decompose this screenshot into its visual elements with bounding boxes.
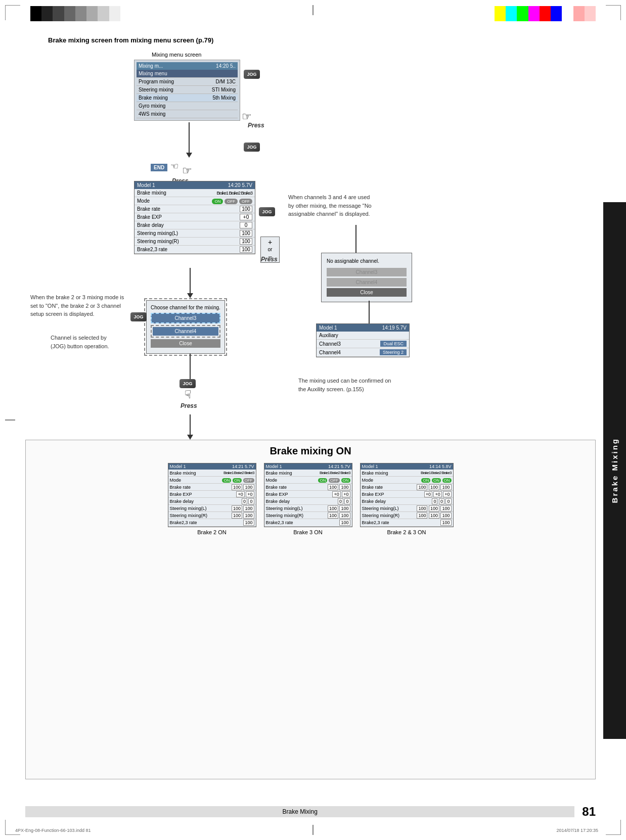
channel-popup-inner: Choose channel for the mixing. Channel3 …: [146, 300, 225, 354]
b3-row-steerr: Steering mixing(R) 100 100: [264, 512, 352, 519]
footer: Brake Mixing 81: [25, 805, 596, 819]
aux-row-ch3: Channel3 Dual ESC: [317, 340, 409, 348]
b23-row-steerr: Steering mixing(R) 100 100 100: [361, 512, 453, 519]
jog-button-2[interactable]: JOG: [244, 143, 260, 152]
aux-subheader: Auxiliary: [317, 332, 409, 340]
arrow-head-6: [187, 435, 193, 440]
no-assign-text: No assignable channel.: [327, 258, 407, 264]
b3-row-23rate: Brake2,3 rate 100: [264, 519, 352, 527]
channel-popup: Choose channel for the mixing. Channel3 …: [144, 298, 227, 356]
brake-row-23rate: Brake2,3 rate 100: [135, 246, 255, 254]
auxility-note: The mixing used can be confirmed onthe A…: [298, 377, 420, 393]
b2-row-mixing: Brake mixing Brake1 Brake2 Brake3: [168, 470, 256, 477]
press-label-4: Press: [181, 402, 197, 409]
b2-row-exp: Brake EXP +0 +0: [168, 491, 256, 498]
hand-cursor-3: ☟: [185, 388, 191, 401]
ch3-disabled: Channel3: [327, 268, 407, 276]
ch3-button[interactable]: Channel3: [151, 313, 220, 323]
hand-cursor-1: ☞: [242, 110, 252, 123]
jog-button-5[interactable]: JOG: [180, 379, 196, 388]
corner-mark-tr: [606, 5, 621, 20]
mixing-menu-item-1: Program mixingD/M 13C: [137, 78, 238, 86]
mixing-menu-item-0: Mixing menu: [137, 70, 238, 78]
brake-row-exp: Brake EXP +0: [135, 213, 255, 221]
brake-screens-container: Model 1 14:21 5.7V Brake mixing Brake1 B…: [31, 463, 590, 535]
brake-mode-note: When the brake 2 or 3 mixing mode isset …: [30, 293, 137, 318]
b3-row-mode: Mode ON OFF ON: [264, 477, 352, 484]
corner-mark-tl: [5, 5, 20, 20]
arrow-down-1: [186, 122, 192, 158]
arrow-head-1: [186, 153, 192, 158]
print-info-left: 4PX-Eng-08-Function-66-103.indd 81: [15, 828, 91, 833]
arrow-down-6: [187, 414, 193, 440]
hand-cursor-2: ☞: [182, 164, 192, 177]
mixing-menu-screen: Mixing m... 14:20 5.. Mixing menu Progra…: [134, 60, 240, 121]
mixing-menu-label: Mixing menu screen: [152, 51, 201, 58]
aux-row-ch4: Channel4 Steering 2: [317, 348, 409, 357]
arrow-down-2: [187, 268, 193, 298]
brake-screen-header: Model 1 14:20 5.7V: [135, 181, 255, 189]
brake-on-section: Brake mixing ON Model 1 14:21 5.7V Brake…: [25, 440, 596, 779]
b2-row-delay: Brake delay 0 0: [168, 498, 256, 505]
brake-main-screen: Model 1 14:20 5.7V Brake mixing Brake1 B…: [134, 181, 255, 254]
brake3-screen: Model 1 14:21 5.7V Brake mixing Brake1 B…: [264, 463, 352, 527]
ch4-button[interactable]: Channel4: [153, 327, 218, 336]
brake-row-mixing: Brake mixing Brake1 Brake2 Brake3: [135, 189, 255, 197]
press-label-3: Press: [261, 255, 278, 263]
b2-header: Model 1 14:21 5.7V: [168, 463, 256, 470]
channel-popup-label: Choose channel for the mixing.: [151, 305, 220, 310]
brake23-label: Brake 2 & 3 ON: [360, 529, 454, 535]
page-number: 81: [582, 805, 596, 819]
mixing-menu-item-5: 4WS mixing: [137, 110, 238, 118]
brake23-on-wrap: Model 1 14:14 5.8V Brake mixing Brake1 B…: [360, 463, 454, 535]
b3-row-exp: Brake EXP +0 +0: [264, 491, 352, 498]
brake-row-steer-l: Steering mixing(L) 100: [135, 229, 255, 238]
note-channels: When channels 3 and 4 are usedby other m…: [288, 193, 415, 218]
b2-row-steerr: Steering mixing(R) 100 100: [168, 512, 256, 519]
b23-row-mixing: Brake mixing Brake1 Brake2 Brake3: [361, 470, 453, 477]
arrow-head-2: [187, 293, 193, 298]
ch4-disabled: Channel4: [327, 278, 407, 287]
footer-label: Brake Mixing: [25, 806, 574, 817]
channel-popup-border: Choose channel for the mixing. Channel3 …: [144, 298, 227, 356]
mixing-menu-item-2: Steering mixingSTI Mixing: [137, 86, 238, 94]
brake2-screen: Model 1 14:21 5.7V Brake mixing Brake1 B…: [168, 463, 256, 527]
mixing-menu-item-3: Brake mixing5th Mixing: [137, 94, 238, 102]
b23-header: Model 1 14:14 5.8V: [361, 463, 453, 470]
cross-left: [5, 420, 15, 421]
jog-button-1[interactable]: JOG: [244, 70, 260, 79]
auxiliary-screen: Model 1 14:19 5.7V Auxiliary Channel3 Du…: [316, 323, 410, 357]
brake-row-rate: Brake rate 100: [135, 205, 255, 213]
b23-row-steerl: Steering mixing(L) 100 100 100: [361, 505, 453, 512]
end-label: END ☜: [151, 161, 178, 172]
jog-channel-note: Channel is selected by(JOG) button opera…: [51, 334, 134, 350]
no-assign-close[interactable]: Close: [327, 288, 407, 297]
mixing-menu-header: Mixing m... 14:20 5..: [137, 62, 238, 70]
brake2-on-wrap: Model 1 14:21 5.7V Brake mixing Brake1 B…: [168, 463, 256, 535]
ch4-border: Channel4: [151, 325, 220, 338]
channel-close-button[interactable]: Close: [151, 339, 220, 348]
cross-top: [313, 5, 314, 15]
b3-row-steerl: Steering mixing(L) 100 100: [264, 505, 352, 512]
gray-bars: [30, 6, 131, 21]
b2-row-mode: Mode ON ON OFF: [168, 477, 256, 484]
function-label: Brake Mixing: [610, 438, 619, 503]
brake23-screen: Model 1 14:14 5.8V Brake mixing Brake1 B…: [360, 463, 454, 527]
b2-row-steerl: Steering mixing(L) 100 100: [168, 505, 256, 512]
cross-bottom: [313, 825, 314, 835]
b3-row-rate: Brake rate 100 100: [264, 484, 352, 491]
no-assign-box: No assignable channel. Channel3 Channel4…: [321, 253, 412, 302]
brake2-label: Brake 2 ON: [168, 529, 256, 535]
brake-on-title: Brake mixing ON: [31, 445, 590, 457]
b2-row-rate: Brake rate 100 100: [168, 484, 256, 491]
brake-row-steer-r: Steering mixing(R) 100: [135, 238, 255, 246]
brake-row-mode: Mode ON OFF OFF: [135, 197, 255, 205]
b3-row-mixing: Brake mixing Brake1 Brake2 Brake3: [264, 470, 352, 477]
page-title: Brake mixing screen from mixing menu scr…: [48, 36, 213, 44]
b23-row-rate: Brake rate 100 100 100: [361, 484, 453, 491]
b2-row-23rate: Brake2,3 rate 100: [168, 519, 256, 527]
b3-row-delay: Brake delay 0 0: [264, 498, 352, 505]
brake3-label: Brake 3 ON: [264, 529, 352, 535]
color-bars: [495, 6, 596, 21]
jog-button-3[interactable]: JOG: [259, 207, 275, 216]
